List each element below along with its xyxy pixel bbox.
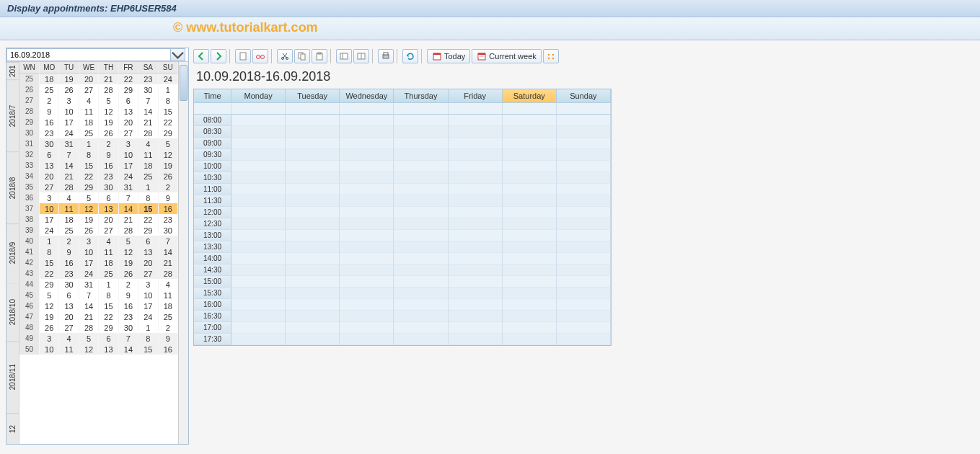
schedule-slot[interactable]: [286, 334, 340, 345]
schedule-slot[interactable]: [503, 253, 557, 264]
calendar-day-cell[interactable]: 30: [138, 84, 158, 95]
calendar-day-cell[interactable]: 31: [79, 279, 99, 290]
calendar-day-cell[interactable]: 28: [138, 128, 158, 138]
copy-button[interactable]: [294, 49, 310, 63]
schedule-slot[interactable]: [394, 161, 448, 172]
paste-button[interactable]: [312, 49, 327, 63]
schedule-slot[interactable]: [449, 207, 503, 218]
schedule-slot[interactable]: [340, 253, 394, 264]
calendar-day-cell[interactable]: 7: [59, 149, 79, 160]
calendar-day-cell[interactable]: 14: [59, 160, 79, 171]
schedule-slot[interactable]: [503, 195, 557, 207]
calendar-day-cell[interactable]: 6: [59, 290, 79, 301]
schedule-slot[interactable]: [557, 253, 611, 264]
calendar-day-cell[interactable]: 6: [40, 149, 59, 160]
calendar-day-cell[interactable]: 23: [159, 214, 178, 225]
week-number-cell[interactable]: 28: [19, 106, 40, 117]
calendar-day-cell[interactable]: 9: [159, 333, 178, 344]
schedule-slot[interactable]: [394, 311, 448, 322]
schedule-slot[interactable]: [557, 288, 611, 299]
calendar-day-cell[interactable]: 28: [99, 84, 118, 95]
week-number-cell[interactable]: 47: [19, 311, 40, 322]
schedule-slot[interactable]: [340, 126, 394, 138]
calendar-day-cell[interactable]: 21: [119, 214, 138, 225]
allday-slot[interactable]: [394, 103, 448, 115]
schedule-slot[interactable]: [286, 138, 340, 149]
print-button[interactable]: [378, 49, 394, 63]
calendar-day-cell[interactable]: 29: [40, 279, 59, 290]
schedule-slot[interactable]: [231, 195, 286, 207]
week-number-cell[interactable]: 33: [19, 160, 40, 171]
schedule-slot[interactable]: [286, 149, 340, 161]
schedule-slot[interactable]: [503, 161, 557, 172]
schedule-slot[interactable]: [449, 138, 503, 149]
calendar-day-cell[interactable]: 13: [40, 160, 59, 171]
calendar-day-cell[interactable]: 29: [79, 182, 99, 192]
calendar-day-cell[interactable]: 13: [119, 106, 138, 117]
schedule-slot[interactable]: [503, 115, 557, 126]
schedule-slot[interactable]: [340, 241, 394, 253]
calendar-day-cell[interactable]: 23: [99, 171, 118, 182]
calendar-day-cell[interactable]: 19: [59, 74, 79, 84]
calendar-day-cell[interactable]: 21: [138, 117, 158, 128]
calendar-day-cell[interactable]: 12: [79, 203, 99, 214]
calendar-day-cell[interactable]: 15: [99, 301, 118, 311]
calendar-day-cell[interactable]: 17: [40, 214, 59, 225]
back-button[interactable]: [193, 49, 209, 63]
week-number-cell[interactable]: 26: [19, 84, 40, 95]
calendar-day-cell[interactable]: 9: [159, 192, 178, 203]
schedule-slot[interactable]: [231, 126, 286, 138]
date-input[interactable]: [6, 48, 171, 61]
schedule-slot[interactable]: [449, 311, 503, 322]
week-number-cell[interactable]: 37: [19, 203, 40, 214]
calendar-day-cell[interactable]: 17: [119, 160, 138, 171]
schedule-slot[interactable]: [231, 311, 286, 322]
schedule-slot[interactable]: [286, 230, 340, 241]
week-number-cell[interactable]: 35: [19, 182, 40, 192]
calendar-day-cell[interactable]: 2: [159, 182, 178, 192]
schedule-slot[interactable]: [503, 288, 557, 299]
schedule-slot[interactable]: [449, 299, 503, 311]
calendar-day-cell[interactable]: 12: [159, 149, 178, 160]
schedule-slot[interactable]: [286, 299, 340, 311]
week-number-cell[interactable]: 27: [19, 95, 40, 106]
calendar-day-cell[interactable]: 19: [159, 160, 178, 171]
calendar-day-cell[interactable]: 9: [59, 246, 79, 257]
schedule-slot[interactable]: [231, 241, 286, 253]
calendar-day-cell[interactable]: 30: [99, 182, 118, 192]
schedule-slot[interactable]: [340, 218, 394, 230]
calendar-day-cell[interactable]: 11: [159, 290, 178, 301]
calendar-day-cell[interactable]: 3: [119, 138, 138, 149]
calendar-day-cell[interactable]: 16: [40, 117, 59, 128]
calendar-day-cell[interactable]: 19: [79, 214, 99, 225]
calendar-day-cell[interactable]: 6: [99, 192, 118, 203]
calendar-day-cell[interactable]: 14: [119, 203, 138, 214]
schedule-slot[interactable]: [557, 241, 611, 253]
schedule-slot[interactable]: [340, 230, 394, 241]
calendar-day-cell[interactable]: 3: [59, 95, 79, 106]
calendar-day-cell[interactable]: 18: [138, 160, 158, 171]
schedule-slot[interactable]: [231, 253, 286, 264]
calendar-day-cell[interactable]: 31: [59, 138, 79, 149]
calendar-day-cell[interactable]: 14: [159, 246, 178, 257]
schedule-slot[interactable]: [449, 253, 503, 264]
schedule-slot[interactable]: [340, 195, 394, 207]
calendar-day-cell[interactable]: 17: [59, 117, 79, 128]
schedule-slot[interactable]: [557, 264, 611, 276]
schedule-slot[interactable]: [503, 207, 557, 218]
schedule-slot[interactable]: [340, 334, 394, 345]
calendar-day-cell[interactable]: 27: [40, 182, 59, 192]
calendar-day-cell[interactable]: 3: [40, 333, 59, 344]
calendar-day-cell[interactable]: 10: [59, 106, 79, 117]
schedule-slot[interactable]: [503, 138, 557, 149]
schedule-slot[interactable]: [394, 138, 448, 149]
calendar-day-cell[interactable]: 15: [138, 344, 158, 355]
schedule-slot[interactable]: [394, 276, 448, 288]
calendar-day-cell[interactable]: 4: [138, 138, 158, 149]
calendar-day-cell[interactable]: 2: [59, 236, 79, 246]
calendar-day-cell[interactable]: 11: [59, 344, 79, 355]
calendar-day-cell[interactable]: 3: [138, 279, 158, 290]
calendar-day-cell[interactable]: 27: [119, 128, 138, 138]
week-number-cell[interactable]: 31: [19, 138, 40, 149]
week-number-cell[interactable]: 44: [19, 279, 40, 290]
